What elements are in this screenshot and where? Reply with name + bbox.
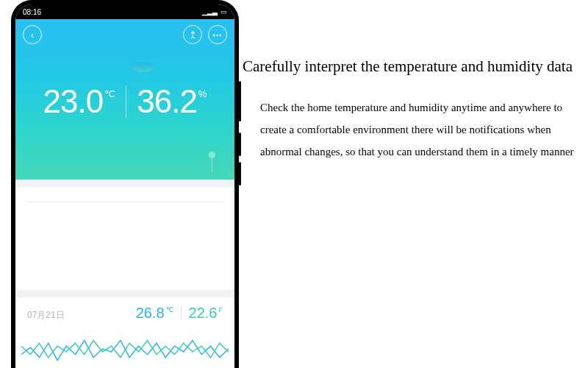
more-button[interactable]: ⋯ bbox=[208, 25, 227, 44]
marketing-copy: Carefully interpret the temperature and … bbox=[243, 57, 581, 163]
chart-gridline bbox=[26, 202, 224, 202]
phone-frame: 08:16 ▁▂▃ ▭ ‹ ↥ ⋯ bbox=[11, 0, 239, 368]
share-button[interactable]: ↥ bbox=[183, 25, 202, 44]
chevron-left-icon: ‹ bbox=[31, 29, 34, 40]
humidity-value: 36.2 bbox=[137, 85, 197, 118]
humidity-reading: 36.2 % bbox=[126, 85, 217, 118]
temperature-reading: 23.0 ℃ bbox=[33, 85, 126, 118]
temperature-value: 23.0 bbox=[43, 85, 104, 118]
history-humidity-unit: F bbox=[219, 306, 223, 314]
status-bar: 08:16 ▁▂▃ ▭ bbox=[15, 4, 234, 19]
side-button bbox=[239, 162, 241, 185]
chart-placeholder bbox=[15, 187, 234, 290]
signal-icon: ▁▂▃ bbox=[202, 8, 218, 15]
section-divider bbox=[15, 290, 234, 297]
copy-body: Check the home temperature and humidity … bbox=[260, 96, 581, 163]
section-divider bbox=[15, 180, 234, 187]
tree-graphic bbox=[212, 158, 212, 172]
back-button[interactable]: ‹ bbox=[23, 25, 42, 44]
sparkline-chart bbox=[15, 332, 234, 367]
sparkline-svg bbox=[21, 332, 229, 367]
hero-panel: ‹ ↥ ⋯ 23.0 ℃ bbox=[15, 19, 234, 180]
app-top-bar: ‹ ↥ ⋯ bbox=[15, 19, 234, 44]
share-icon: ↥ bbox=[189, 29, 197, 40]
history-divider bbox=[181, 308, 182, 319]
history-humidity: 22.6 F bbox=[189, 305, 223, 322]
history-temperature-value: 26.8 bbox=[136, 305, 165, 322]
history-date: 07月21日 bbox=[27, 309, 65, 322]
volume-rocker bbox=[239, 81, 241, 121]
copy-heading: Carefully interpret the temperature and … bbox=[243, 57, 581, 76]
history-row: 07月21日 26.8 ℃ 22.6 F bbox=[15, 305, 234, 322]
cloud-graphic bbox=[132, 62, 155, 72]
battery-icon: ▭ bbox=[220, 8, 227, 15]
history-humidity-value: 22.6 bbox=[189, 305, 218, 322]
history-temperature-unit: ℃ bbox=[166, 306, 173, 314]
more-icon: ⋯ bbox=[212, 29, 223, 40]
history-temperature: 26.8 ℃ bbox=[136, 305, 173, 322]
phone-screen: 08:16 ▁▂▃ ▭ ‹ ↥ ⋯ bbox=[15, 4, 234, 368]
status-time: 08:16 bbox=[23, 8, 41, 16]
side-button bbox=[239, 132, 241, 156]
history-readings: 26.8 ℃ 22.6 F bbox=[136, 305, 223, 322]
humidity-unit: % bbox=[198, 88, 207, 99]
status-indicators: ▁▂▃ ▭ bbox=[202, 8, 227, 15]
current-readings: 23.0 ℃ 36.2 % bbox=[15, 85, 234, 118]
temperature-unit: ℃ bbox=[104, 88, 115, 99]
